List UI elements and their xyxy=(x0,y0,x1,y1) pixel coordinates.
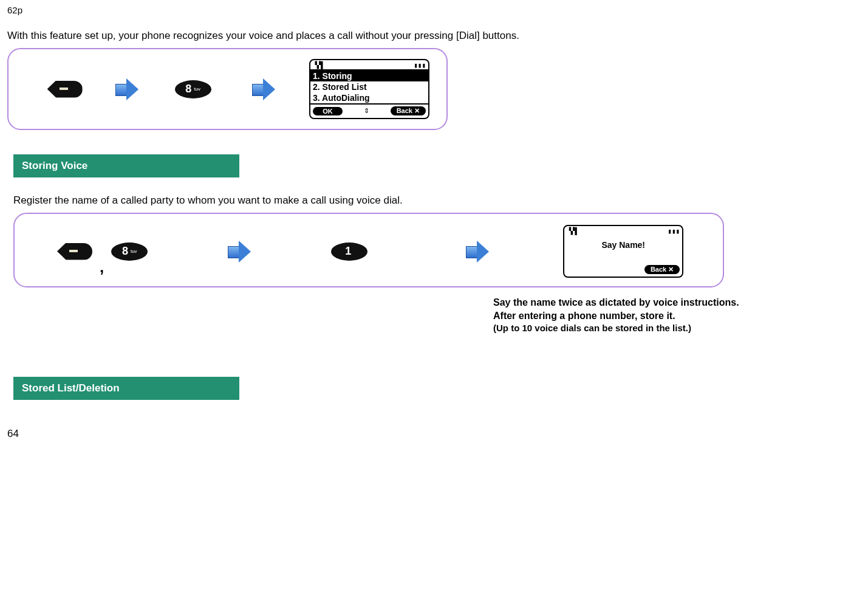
arrow-right-icon xyxy=(113,77,141,101)
keypad-8-icon: 8 tuv xyxy=(175,80,211,98)
phone-screen-say-name: ▝▞▌ ▮▮▮ Say Name! Back ✕ xyxy=(563,225,683,278)
softkey-back: Back ✕ xyxy=(391,106,426,115)
menu-item: 3. AutoDialing xyxy=(310,92,428,103)
arrow-right-icon xyxy=(463,239,491,264)
phone-screen-voicedial-menu: ▝▞▌ ▮▮▮ 1. Storing 2. Stored List 3. Aut… xyxy=(309,59,429,119)
page-number: 64 xyxy=(7,428,861,440)
menu-item: 1. Storing xyxy=(310,70,428,81)
arrow-right-icon xyxy=(225,239,253,264)
separator-comma: , xyxy=(100,258,104,278)
instruction-box-menu: 8 tuv ▝▞▌ ▮▮▮ 1. Storing 2. Stored List … xyxy=(7,48,448,130)
instruction-tip: Say the name twice as dictated by voice … xyxy=(493,296,821,334)
signal-icon: ▝▞▌ xyxy=(567,227,579,235)
battery-icon: ▮▮▮ xyxy=(414,61,426,69)
screen-title: Say Name! xyxy=(564,238,682,253)
keypad-1-icon: 1 xyxy=(331,242,367,261)
softkey-ok: OK xyxy=(313,107,343,115)
arrow-right-icon xyxy=(250,77,278,101)
signal-icon: ▝▞▌ xyxy=(313,61,325,69)
storing-voice-description: Register the name of a called party to w… xyxy=(13,194,861,207)
left-softkey-icon xyxy=(47,81,83,98)
menu-item: 2. Stored List xyxy=(310,81,428,92)
softkey-back: Back ✕ xyxy=(644,265,680,274)
keypad-8-icon: 8 tuv xyxy=(111,242,148,261)
top-page-label: 62p xyxy=(7,5,861,15)
section-header-stored-list: Stored List/Deletion xyxy=(13,377,239,400)
updown-icon: ⇕ xyxy=(364,107,369,115)
instruction-box-storing: , 8 tuv 1 ▝▞▌ ▮▮▮ Say Name! Back ✕ xyxy=(13,213,724,287)
intro-text: With this feature set up, your phone rec… xyxy=(7,30,861,42)
section-header-storing-voice: Storing Voice xyxy=(13,154,239,177)
battery-icon: ▮▮▮ xyxy=(668,227,680,235)
left-softkey-icon xyxy=(57,243,92,260)
